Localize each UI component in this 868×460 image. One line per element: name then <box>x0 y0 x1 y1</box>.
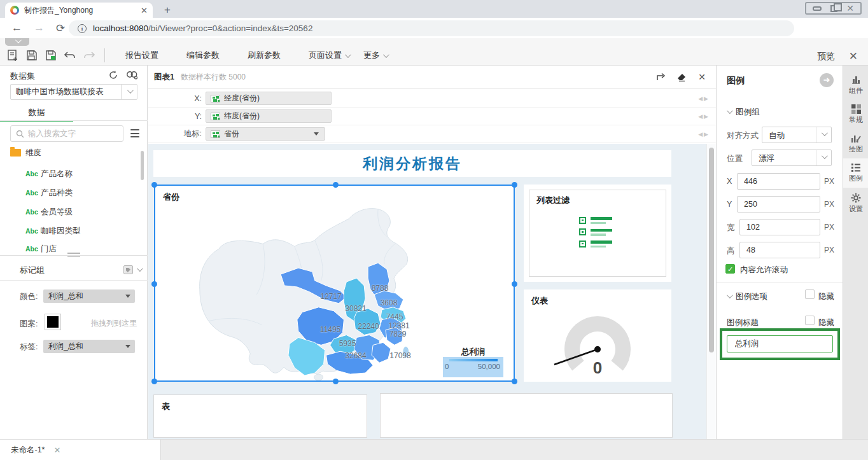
select-chevron-icon[interactable] <box>816 150 831 165</box>
dimension-folder-label[interactable]: 维度 <box>25 148 41 158</box>
edit-params-button[interactable]: 编辑参数 <box>186 50 220 61</box>
back-icon[interactable]: ← <box>11 22 22 34</box>
tab-plot[interactable]: 绘图 <box>843 129 868 158</box>
china-map[interactable] <box>155 186 514 380</box>
resize-handle[interactable] <box>512 379 517 384</box>
page-settings-dropdown[interactable]: 页面设置 <box>309 50 349 61</box>
refresh-dataset-icon[interactable] <box>108 71 118 80</box>
mark-group-tag-icon[interactable] <box>123 265 133 274</box>
new-tab-button[interactable]: + <box>160 4 174 17</box>
field-nav-arrows[interactable]: ◀▶ <box>698 95 710 102</box>
tag-field-dropdown[interactable]: 利润_总和 <box>43 340 135 353</box>
select-chevron-icon[interactable] <box>816 127 831 143</box>
canvas-scrollbar-track[interactable] <box>706 144 716 439</box>
mark-group-collapse-icon[interactable] <box>137 265 143 272</box>
save-icon[interactable] <box>25 49 38 62</box>
splitter-grip[interactable] <box>67 253 80 257</box>
map-value-label: 12717 <box>320 292 341 301</box>
redo-icon[interactable] <box>83 49 95 62</box>
hide-legend-checkbox[interactable] <box>805 289 815 299</box>
field-nav-arrows[interactable]: ◀▶ <box>698 131 710 137</box>
more-dropdown[interactable]: 更多 <box>363 50 388 61</box>
hide-title-checkbox[interactable] <box>805 316 815 325</box>
sheet-tab-close-icon[interactable]: ✕ <box>53 445 60 455</box>
align-select[interactable]: 自动 <box>762 127 832 143</box>
url-text: localhost:8080/bi/Viewer?proc=0&action=i… <box>93 24 312 33</box>
resize-handle[interactable] <box>151 182 157 188</box>
legend-options-section[interactable]: 图例选项 <box>727 291 767 302</box>
y-field-pill[interactable]: 纬度(省份) <box>206 109 332 123</box>
tab-general[interactable]: 常规 <box>843 100 868 129</box>
reload-icon[interactable]: ⟳ <box>56 22 65 35</box>
tab-settings[interactable]: 设置 <box>843 189 868 218</box>
tab-data[interactable]: 数据 <box>0 105 73 122</box>
chart-editor: 图表1 数据样本行数 5000 ✕ X: 经度(省份) ◀▶ Y: <box>148 66 716 439</box>
empty-widget[interactable] <box>380 393 673 438</box>
url-box[interactable]: i localhost:8080/bi/Viewer?proc=0&action… <box>69 20 794 36</box>
resize-handle[interactable] <box>333 379 339 384</box>
geo-field-pill[interactable]: 省份 <box>206 127 325 141</box>
eraser-icon[interactable] <box>677 73 687 81</box>
save-as-icon[interactable] <box>45 49 57 62</box>
canvas-scrollbar-thumb[interactable] <box>709 148 714 352</box>
table-widget[interactable]: 表 <box>153 394 367 438</box>
page-info-icon[interactable]: i <box>78 24 87 33</box>
dataset-select[interactable]: 咖啡中国市场数据联接表 <box>10 84 137 100</box>
sidebar-scrollbar[interactable] <box>141 151 144 180</box>
x-pos-input[interactable] <box>737 173 820 190</box>
transpose-icon[interactable] <box>656 73 666 81</box>
refresh-params-button[interactable]: 刷新参数 <box>248 50 281 61</box>
dataset-select-chevron-icon[interactable] <box>121 85 137 99</box>
position-select[interactable]: 漂浮 <box>752 150 832 166</box>
dimension-item[interactable]: Abc产品名称 <box>0 167 140 180</box>
legend-group-section[interactable]: 图例组 <box>727 107 760 118</box>
map-legend[interactable]: 0 50,000 <box>443 357 503 377</box>
tab-components[interactable]: 组件 <box>843 71 868 100</box>
resize-handle[interactable] <box>151 281 157 287</box>
scroll-checkbox[interactable]: ✓ <box>725 264 735 274</box>
dimension-item[interactable]: Abc咖啡因类型 <box>0 225 140 237</box>
close-window-icon[interactable]: ✕ <box>846 4 854 12</box>
report-settings-button[interactable]: 报告设置 <box>125 50 158 61</box>
field-search[interactable] <box>10 125 123 142</box>
resize-handle[interactable] <box>512 182 517 188</box>
resize-handle[interactable] <box>333 182 339 188</box>
dimension-item[interactable]: Abc会员等级 <box>0 206 140 218</box>
close-chart-editor-icon[interactable]: ✕ <box>698 72 706 82</box>
browser-tab[interactable]: 制作报告_Yonghong ✕ <box>5 3 153 18</box>
map-widget[interactable]: 省份 <box>154 185 515 382</box>
y-pos-input[interactable] <box>737 196 820 213</box>
color-field-dropdown[interactable]: 利润_总和 <box>43 289 135 303</box>
height-input[interactable] <box>739 242 820 258</box>
report-canvas[interactable]: 利润分析报告 省份 <box>148 144 716 439</box>
tab-legend[interactable]: 图例 <box>843 158 868 188</box>
resize-handle[interactable] <box>151 379 157 384</box>
list-filter-widget[interactable]: 列表过滤 <box>524 185 671 282</box>
pattern-color-swatch[interactable] <box>45 314 61 330</box>
legend-title-label: 图例标题 <box>727 317 759 328</box>
width-input[interactable] <box>739 219 820 235</box>
collapse-toolbar-tab[interactable] <box>5 38 29 46</box>
editor-close-icon[interactable]: ✕ <box>849 50 858 63</box>
report-title-widget[interactable]: 利润分析报告 <box>153 150 671 177</box>
new-report-icon[interactable] <box>6 49 19 62</box>
tab-close-icon[interactable]: ✕ <box>141 6 148 15</box>
panel-forward-icon[interactable]: ➜ <box>820 73 834 87</box>
search-input[interactable] <box>28 129 118 138</box>
dimension-item[interactable]: Abc产品种类 <box>0 186 140 199</box>
list-filter-icon <box>579 217 616 250</box>
preview-button[interactable]: 预览 <box>817 51 835 62</box>
preview-data-icon[interactable] <box>126 71 138 80</box>
forward-icon[interactable]: → <box>34 22 45 34</box>
field-nav-arrows[interactable]: ◀▶ <box>698 113 710 120</box>
restore-icon[interactable] <box>830 5 837 12</box>
gauge-widget[interactable]: 仪表 0 <box>524 289 671 382</box>
legend-title-input[interactable] <box>727 335 833 352</box>
sheet-tab[interactable]: 未命名-1* ✕ <box>0 440 161 460</box>
resize-handle[interactable] <box>512 281 517 287</box>
field-list-menu-icon[interactable] <box>130 129 139 137</box>
y-pos-label: Y <box>727 200 732 209</box>
undo-icon[interactable] <box>64 49 76 62</box>
minimize-icon[interactable] <box>813 6 822 11</box>
x-field-pill[interactable]: 经度(省份) <box>206 92 332 105</box>
